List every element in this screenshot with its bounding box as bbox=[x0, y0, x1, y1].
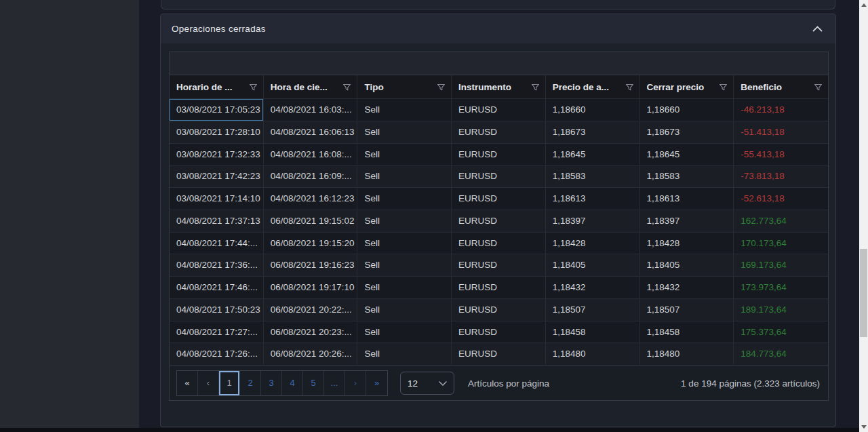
cell-open_time[interactable]: 04/08/2021 17:36:... bbox=[170, 254, 264, 277]
cell-open_price[interactable]: 1,18673 bbox=[546, 121, 640, 144]
cell-open_time[interactable]: 04/08/2021 17:27:... bbox=[170, 321, 264, 344]
pager-ellipsis[interactable]: ... bbox=[324, 371, 345, 395]
cell-profit[interactable]: 175.373,64 bbox=[734, 321, 828, 344]
cell-close_price[interactable]: 1,18613 bbox=[640, 188, 734, 210]
cell-close_price[interactable]: 1,18458 bbox=[640, 321, 734, 344]
cell-type[interactable]: Sell bbox=[357, 99, 452, 121]
filter-funnel-icon[interactable] bbox=[531, 83, 540, 92]
cell-open_price[interactable]: 1,18480 bbox=[546, 343, 640, 366]
cell-profit[interactable]: -46.213,18 bbox=[734, 99, 828, 121]
cell-close_time[interactable]: 06/08/2021 19:17:10 bbox=[264, 277, 358, 299]
cell-type[interactable]: Sell bbox=[357, 299, 452, 321]
cell-open_time[interactable]: 03/08/2021 17:42:23 bbox=[170, 165, 264, 188]
cell-instrument[interactable]: EURUSD bbox=[452, 277, 546, 299]
pager-page-1-button[interactable]: 1 bbox=[219, 371, 240, 395]
panel-header[interactable]: Operaciones cerradas bbox=[161, 14, 835, 43]
filter-funnel-icon[interactable] bbox=[719, 83, 728, 92]
scrollbar-thumb[interactable] bbox=[860, 249, 867, 337]
cell-open_price[interactable]: 1,18428 bbox=[546, 233, 640, 255]
column-header-close_time[interactable]: Hora de cie... bbox=[264, 75, 358, 99]
cell-open_time[interactable]: 03/08/2021 17:32:33 bbox=[170, 144, 264, 166]
cell-type[interactable]: Sell bbox=[357, 321, 452, 344]
cell-profit[interactable]: 169.173,64 bbox=[734, 254, 828, 277]
cell-profit[interactable]: -73.813,18 bbox=[734, 165, 828, 188]
cell-close_time[interactable]: 06/08/2021 20:26:... bbox=[264, 343, 358, 366]
cell-type[interactable]: Sell bbox=[357, 277, 452, 299]
cell-open_price[interactable]: 1,18458 bbox=[546, 321, 640, 344]
cell-close_time[interactable]: 06/08/2021 20:22:... bbox=[264, 299, 358, 321]
cell-type[interactable]: Sell bbox=[357, 343, 452, 366]
cell-close_time[interactable]: 04/08/2021 16:12:23 bbox=[264, 188, 358, 210]
pager-first-page-button[interactable]: « bbox=[177, 371, 198, 395]
cell-close_time[interactable]: 04/08/2021 16:08:... bbox=[264, 144, 358, 166]
cell-close_time[interactable]: 04/08/2021 16:03:... bbox=[264, 99, 358, 121]
cell-close_price[interactable]: 1,18507 bbox=[640, 299, 734, 321]
cell-instrument[interactable]: EURUSD bbox=[452, 188, 546, 210]
scroll-up-icon[interactable] bbox=[861, 3, 867, 7]
cell-open_time[interactable]: 04/08/2021 17:37:13 bbox=[170, 210, 264, 233]
cell-profit[interactable]: 184.773,64 bbox=[734, 343, 828, 366]
cell-close_time[interactable]: 06/08/2021 19:15:02 bbox=[264, 210, 358, 233]
cell-close_price[interactable]: 1,18645 bbox=[640, 144, 734, 166]
page-size-select[interactable]: 12 bbox=[400, 372, 454, 395]
cell-instrument[interactable]: EURUSD bbox=[452, 254, 546, 277]
cell-open_price[interactable]: 1,18507 bbox=[546, 299, 640, 321]
cell-open_time[interactable]: 03/08/2021 17:28:10 bbox=[170, 121, 264, 144]
pager-page-3-button[interactable]: 3 bbox=[261, 371, 282, 395]
cell-close_price[interactable]: 1,18432 bbox=[640, 277, 734, 299]
cell-profit[interactable]: 170.173,64 bbox=[734, 233, 828, 255]
cell-open_price[interactable]: 1,18660 bbox=[546, 99, 640, 121]
column-header-type[interactable]: Tipo bbox=[357, 75, 452, 99]
cell-instrument[interactable]: EURUSD bbox=[452, 321, 546, 344]
cell-type[interactable]: Sell bbox=[357, 121, 452, 144]
cell-type[interactable]: Sell bbox=[357, 188, 452, 210]
cell-close_time[interactable]: 06/08/2021 20:23:... bbox=[264, 321, 358, 344]
cell-close_price[interactable]: 1,18673 bbox=[640, 121, 734, 144]
cell-open_time[interactable]: 03/08/2021 17:14:10 bbox=[170, 188, 264, 210]
cell-instrument[interactable]: EURUSD bbox=[452, 165, 546, 188]
vertical-scrollbar[interactable] bbox=[859, 0, 868, 432]
cell-open_price[interactable]: 1,18405 bbox=[546, 254, 640, 277]
cell-open_price[interactable]: 1,18583 bbox=[546, 165, 640, 188]
cell-profit[interactable]: -52.613,18 bbox=[734, 188, 828, 210]
pager-page-2-button[interactable]: 2 bbox=[240, 371, 261, 395]
cell-instrument[interactable]: EURUSD bbox=[452, 121, 546, 144]
column-header-open_time[interactable]: Horario de ... bbox=[170, 75, 264, 99]
cell-close_price[interactable]: 1,18660 bbox=[640, 99, 734, 121]
cell-open_price[interactable]: 1,18432 bbox=[546, 277, 640, 299]
scroll-down-icon[interactable] bbox=[861, 425, 867, 429]
cell-open_price[interactable]: 1,18613 bbox=[546, 188, 640, 210]
column-header-profit[interactable]: Beneficio bbox=[734, 75, 828, 99]
cell-open_time[interactable]: 04/08/2021 17:44:... bbox=[170, 233, 264, 255]
column-header-open_price[interactable]: Precio de a... bbox=[546, 75, 640, 99]
cell-close_price[interactable]: 1,18583 bbox=[640, 165, 734, 188]
cell-close_price[interactable]: 1,18405 bbox=[640, 254, 734, 277]
cell-open_time[interactable]: 04/08/2021 17:46:... bbox=[170, 277, 264, 299]
cell-profit[interactable]: -55.413,18 bbox=[734, 144, 828, 166]
pager-page-4-button[interactable]: 4 bbox=[282, 371, 303, 395]
filter-funnel-icon[interactable] bbox=[249, 83, 258, 92]
cell-close_price[interactable]: 1,18397 bbox=[640, 210, 734, 233]
cell-instrument[interactable]: EURUSD bbox=[452, 299, 546, 321]
cell-type[interactable]: Sell bbox=[357, 254, 452, 277]
filter-funnel-icon[interactable] bbox=[625, 83, 634, 92]
cell-instrument[interactable]: EURUSD bbox=[452, 210, 546, 233]
cell-instrument[interactable]: EURUSD bbox=[452, 233, 546, 255]
cell-instrument[interactable]: EURUSD bbox=[452, 144, 546, 166]
cell-type[interactable]: Sell bbox=[357, 233, 452, 255]
cell-instrument[interactable]: EURUSD bbox=[452, 99, 546, 121]
pager-page-5-button[interactable]: 5 bbox=[303, 371, 324, 395]
cell-open_time[interactable]: 04/08/2021 17:26:... bbox=[170, 343, 264, 366]
filter-funnel-icon[interactable] bbox=[437, 83, 446, 92]
cell-close_time[interactable]: 04/08/2021 16:06:13 bbox=[264, 121, 358, 144]
pager-last-page-button[interactable]: » bbox=[366, 371, 387, 395]
cell-close_price[interactable]: 1,18480 bbox=[640, 343, 734, 366]
cell-type[interactable]: Sell bbox=[357, 144, 452, 166]
pager-next-page-button[interactable]: › bbox=[345, 371, 366, 395]
cell-close_time[interactable]: 06/08/2021 19:15:20 bbox=[264, 233, 358, 255]
cell-profit[interactable]: -51.413,18 bbox=[734, 121, 828, 144]
cell-open_time[interactable]: 04/08/2021 17:50:23 bbox=[170, 299, 264, 321]
cell-close_time[interactable]: 06/08/2021 19:16:23 bbox=[264, 254, 358, 277]
cell-close_time[interactable]: 04/08/2021 16:09:... bbox=[264, 165, 358, 188]
cell-instrument[interactable]: EURUSD bbox=[452, 343, 546, 366]
